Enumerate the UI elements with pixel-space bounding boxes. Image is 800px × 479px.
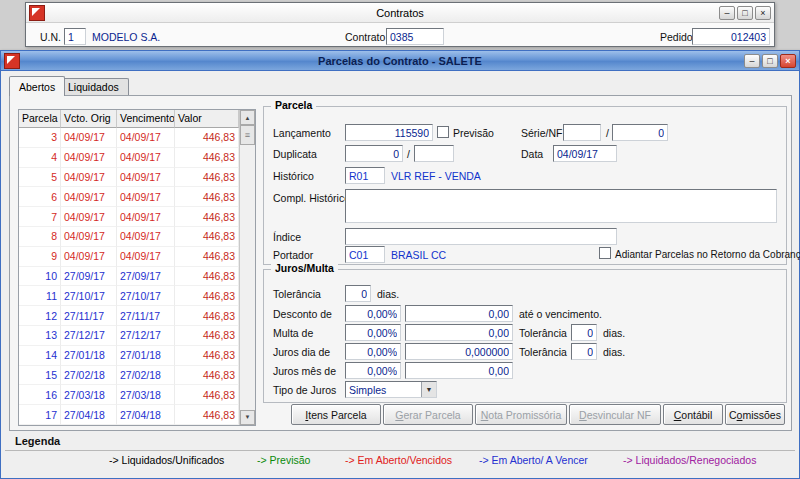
portador-label: Portador	[273, 249, 313, 261]
table-row[interactable]: 1727/04/1827/04/18446,83	[19, 405, 239, 425]
parcela-group-title: Parcela	[271, 99, 316, 111]
table-row[interactable]: 404/09/1704/09/17446,83	[19, 148, 239, 168]
table-row[interactable]: 304/09/1704/09/17446,83	[19, 128, 239, 148]
maximize-icon[interactable]: □	[762, 54, 778, 68]
cell-valor: 446,83	[175, 128, 239, 148]
portador-code-input[interactable]	[345, 246, 385, 263]
cell-vcto-orig: 27/10/17	[61, 286, 117, 306]
cell-parcela: 16	[19, 385, 61, 405]
tab-abertos[interactable]: Abertos	[9, 76, 65, 96]
historico-label: Histórico	[273, 170, 314, 182]
pedido-input[interactable]	[692, 28, 770, 45]
table-row[interactable]: 1427/01/1827/01/18446,83	[19, 346, 239, 366]
cell-vcto-orig: 04/09/17	[61, 128, 117, 148]
historico-code-input[interactable]	[345, 167, 385, 184]
cell-valor: 446,83	[175, 168, 239, 188]
column-header[interactable]: Vcto. Orig	[61, 110, 117, 128]
contrato-input[interactable]	[386, 28, 444, 45]
desconto-label: Desconto de	[273, 308, 332, 320]
cell-vencimento: 04/09/17	[117, 227, 175, 247]
scroll-up-icon[interactable]: ▲	[240, 110, 255, 125]
cell-parcela: 5	[19, 168, 61, 188]
multa-valor-input[interactable]	[405, 324, 513, 341]
juros-dia-label: Juros dia de	[273, 346, 330, 358]
duplicata-input-1[interactable]	[345, 145, 403, 162]
multa-pct-input[interactable]	[345, 324, 401, 341]
data-input[interactable]	[553, 145, 617, 162]
scroll-thumb[interactable]: ≡	[240, 125, 255, 145]
table-row[interactable]: 1527/02/1827/02/18446,83	[19, 366, 239, 386]
scroll-track[interactable]	[240, 145, 255, 410]
column-header[interactable]: Parcela	[19, 110, 61, 128]
indice-input[interactable]	[345, 228, 617, 245]
tab-liquidados[interactable]: Liquidados	[58, 78, 129, 95]
minimize-icon[interactable]: –	[744, 54, 760, 68]
cell-vencimento: 27/11/17	[117, 306, 175, 326]
table-row[interactable]: 1127/10/1727/10/17446,83	[19, 286, 239, 306]
historico-description: VLR REF - VENDA	[391, 170, 481, 182]
legend-title: Legenda	[15, 435, 60, 447]
dias-label: dias.	[603, 327, 625, 339]
multa-tolerancia-input[interactable]	[571, 324, 597, 341]
tolerancia-label: Tolerância	[519, 346, 567, 358]
cell-valor: 446,83	[175, 286, 239, 306]
maximize-icon[interactable]: □	[737, 6, 753, 20]
table-row[interactable]: 904/09/1704/09/17446,83	[19, 247, 239, 267]
compl-historico-memo[interactable]	[345, 189, 777, 223]
company-name: MODELO S.A.	[92, 31, 160, 43]
ate-vencimento-label: até o vencimento.	[519, 308, 602, 320]
comissoes-button[interactable]: Comissões	[725, 404, 785, 425]
juros-dia-valor-input[interactable]	[405, 343, 513, 360]
cell-vcto-orig: 27/11/17	[61, 306, 117, 326]
table-row[interactable]: 804/09/1704/09/17446,83	[19, 227, 239, 247]
tipo-juros-select[interactable]: Simples ▼	[345, 381, 437, 398]
app-icon	[4, 53, 20, 69]
tolerancia-input[interactable]	[345, 285, 371, 302]
cell-vencimento: 04/09/17	[117, 207, 175, 227]
juros-dia-tolerancia-input[interactable]	[571, 343, 597, 360]
table-row[interactable]: 504/09/1704/09/17446,83	[19, 168, 239, 188]
juros-mes-pct-input[interactable]	[345, 362, 401, 379]
cell-vcto-orig: 27/02/18	[61, 366, 117, 386]
cell-vencimento: 27/04/18	[117, 405, 175, 425]
cell-parcela: 3	[19, 128, 61, 148]
previsao-checkbox[interactable]	[437, 126, 449, 138]
column-header[interactable]: Vencimento	[117, 110, 175, 128]
cell-parcela: 11	[19, 286, 61, 306]
scroll-down-icon[interactable]: ▼	[240, 410, 255, 425]
table-row[interactable]: 1027/09/1727/09/17446,83	[19, 267, 239, 287]
table-row[interactable]: 1227/11/1727/11/17446,83	[19, 306, 239, 326]
serie-nf-input-1[interactable]	[563, 124, 601, 141]
serie-nf-input-2[interactable]	[612, 124, 668, 141]
duplicata-input-2[interactable]	[414, 145, 454, 162]
cell-parcela: 13	[19, 326, 61, 346]
cell-valor: 446,83	[175, 267, 239, 287]
cell-vencimento: 27/01/18	[117, 346, 175, 366]
un-label: U.N.	[40, 31, 61, 43]
itens-parcela-button[interactable]: Itens Parcela	[291, 404, 381, 425]
adiantar-checkbox[interactable]	[599, 247, 611, 259]
minimize-icon[interactable]: –	[719, 6, 735, 20]
column-header[interactable]: Valor	[175, 110, 239, 128]
table-row[interactable]: 704/09/1704/09/17446,83	[19, 207, 239, 227]
tipo-juros-label: Tipo de Juros	[273, 384, 336, 396]
desconto-valor-input[interactable]	[405, 305, 513, 322]
lancamento-input[interactable]	[345, 124, 433, 141]
contabil-button[interactable]: Contábil	[663, 404, 723, 425]
juros-mes-valor-input[interactable]	[405, 362, 513, 379]
un-input[interactable]	[64, 28, 86, 45]
cell-vcto-orig: 04/09/17	[61, 207, 117, 227]
desconto-pct-input[interactable]	[345, 305, 401, 322]
cell-valor: 446,83	[175, 207, 239, 227]
grid-scrollbar[interactable]: ▲ ≡ ▼	[239, 110, 255, 425]
close-icon[interactable]: ×	[780, 54, 796, 68]
close-icon[interactable]: ×	[755, 6, 771, 20]
table-row[interactable]: 604/09/1704/09/17446,83	[19, 187, 239, 207]
cell-parcela: 9	[19, 247, 61, 267]
table-row[interactable]: 1627/03/1827/03/18446,83	[19, 385, 239, 405]
contratos-window: Contratos – □ × U.N. MODELO S.A. Contrat…	[25, 2, 775, 47]
table-row[interactable]: 1327/12/1727/12/17446,83	[19, 326, 239, 346]
cell-vcto-orig: 27/12/17	[61, 326, 117, 346]
cell-valor: 446,83	[175, 306, 239, 326]
juros-dia-pct-input[interactable]	[345, 343, 401, 360]
